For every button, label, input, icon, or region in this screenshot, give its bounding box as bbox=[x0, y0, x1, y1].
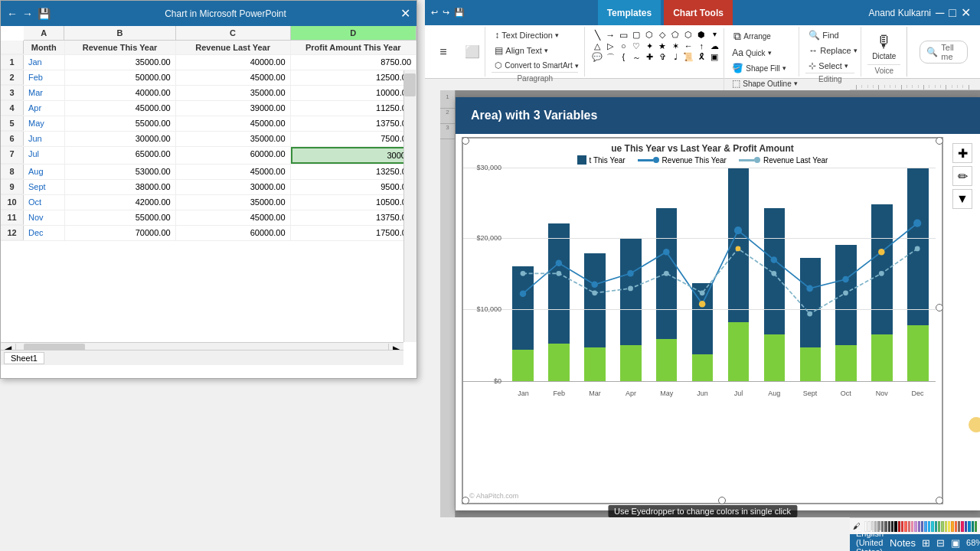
chart-style-btn[interactable]: ✏ bbox=[952, 166, 972, 186]
shape-fill-btn[interactable]: 🪣 Shape Fill ▾ bbox=[729, 61, 802, 75]
cell-revthis-2[interactable]: 40000.00 bbox=[65, 86, 176, 100]
cell-revlast-4[interactable]: 45000.00 bbox=[176, 116, 291, 131]
shape-snip[interactable]: ⬡ bbox=[643, 30, 655, 41]
sheet-forward-btn[interactable]: → bbox=[22, 8, 33, 20]
shape-heart[interactable]: ♡ bbox=[630, 41, 642, 51]
text-direction-btn[interactable]: ↕ Text Direction ▾ bbox=[492, 28, 581, 42]
vertical-scrollbar[interactable] bbox=[403, 70, 416, 342]
shape-arrow[interactable]: → bbox=[604, 30, 616, 41]
cell-revlast-11[interactable]: 60000.00 bbox=[176, 226, 291, 240]
cell-month-1[interactable]: Feb bbox=[24, 70, 65, 85]
cell-profit-6[interactable]: 30000 bbox=[291, 147, 416, 164]
swatch-hotpink[interactable] bbox=[961, 521, 963, 532]
shape-arrow-up[interactable]: ↑ bbox=[695, 41, 707, 51]
col-header-c[interactable]: C bbox=[176, 26, 291, 40]
swatch-deeporange[interactable] bbox=[955, 521, 957, 532]
shape-ribbon[interactable]: 🎗 bbox=[695, 52, 707, 64]
shape-star5[interactable]: ★ bbox=[656, 41, 668, 51]
swatch-green2[interactable] bbox=[941, 521, 943, 532]
cell-month-9[interactable]: Oct bbox=[24, 195, 65, 210]
cell-revlast-0[interactable]: 40000.00 bbox=[176, 55, 291, 70]
swatch-green1[interactable] bbox=[938, 521, 940, 532]
shape-more[interactable]: ▾ bbox=[708, 30, 720, 41]
swatch-gray5[interactable] bbox=[884, 521, 887, 532]
swatch-purple2[interactable] bbox=[918, 521, 920, 532]
sheet-tab-1[interactable]: Sheet1 bbox=[4, 352, 44, 364]
cell-revthis-4[interactable]: 55000.00 bbox=[65, 116, 176, 131]
col-header-a[interactable]: A bbox=[24, 26, 64, 40]
swatch-orange[interactable] bbox=[951, 521, 953, 532]
normal-view-btn[interactable]: ⊞ bbox=[922, 537, 930, 549]
shape-star6[interactable]: ✶ bbox=[669, 41, 681, 51]
find-btn[interactable]: 🔍 Find bbox=[805, 28, 860, 42]
shape-rtri[interactable]: ▷ bbox=[604, 41, 616, 51]
shape-note[interactable]: ♩ bbox=[669, 52, 681, 64]
dictate-btn[interactable]: 🎙 Dictate bbox=[867, 31, 900, 62]
replace-btn[interactable]: ↔ Replace ▾ bbox=[805, 44, 860, 57]
swatch-darkgray[interactable] bbox=[891, 521, 893, 532]
cell-month-0[interactable]: Jan bbox=[24, 55, 65, 70]
cell-month-4[interactable]: May bbox=[24, 116, 65, 131]
templates-tab[interactable]: Templates bbox=[598, 0, 661, 25]
swatch-teal[interactable] bbox=[935, 521, 937, 532]
cell-profit-11[interactable]: 17500.00 bbox=[291, 226, 416, 240]
slide-sorter-btn[interactable]: ⊟ bbox=[936, 537, 945, 549]
cell-revlast-2[interactable]: 35000.00 bbox=[176, 86, 291, 100]
cell-revlast-5[interactable]: 35000.00 bbox=[176, 132, 291, 146]
swatch-blue2[interactable] bbox=[928, 521, 930, 532]
shape-brace[interactable]: { bbox=[617, 52, 629, 64]
shape-rect[interactable]: ▭ bbox=[617, 30, 629, 41]
shape-plus[interactable]: ✚ bbox=[643, 52, 655, 64]
select-btn[interactable]: ⊹ Select ▾ bbox=[805, 59, 860, 73]
quick-styles-btn[interactable]: Aa Quick ▾ bbox=[729, 46, 802, 60]
handle-bm[interactable] bbox=[718, 497, 726, 504]
cell-month-10[interactable]: Nov bbox=[24, 210, 65, 225]
cell-profit-7[interactable]: 13250.00 bbox=[291, 165, 416, 179]
chart-add-btn[interactable]: ✚ bbox=[952, 143, 972, 163]
swatch-yellow[interactable] bbox=[948, 521, 950, 532]
cell-month-2[interactable]: Mar bbox=[24, 86, 65, 100]
swatch-red[interactable] bbox=[901, 521, 903, 532]
swatch-indigo[interactable] bbox=[921, 521, 923, 532]
convert-smartart-btn[interactable]: ⬡ Convert to SmartArt ▾ bbox=[492, 59, 581, 72]
swatch-brown[interactable] bbox=[958, 521, 960, 532]
cell-revthis-0[interactable]: 35000.00 bbox=[65, 55, 176, 70]
swatch-cobalt[interactable] bbox=[965, 521, 967, 532]
cell-profit-8[interactable]: 9500.00 bbox=[291, 180, 416, 194]
shape-scroll[interactable]: 📜 bbox=[682, 52, 694, 64]
cell-month-6[interactable]: Jul bbox=[24, 147, 65, 164]
cell-revthis-1[interactable]: 50000.00 bbox=[65, 70, 176, 85]
cell-revlast-10[interactable]: 45000.00 bbox=[176, 210, 291, 225]
cell-revthis-3[interactable]: 45000.00 bbox=[65, 101, 176, 116]
cell-revthis-7[interactable]: 53000.00 bbox=[65, 165, 176, 179]
align-text-btn[interactable]: ▤ Align Text ▾ bbox=[492, 44, 581, 57]
shape-frame[interactable]: ▣ bbox=[708, 52, 720, 64]
handle-tl[interactable] bbox=[462, 137, 469, 145]
cell-profit-10[interactable]: 13750.00 bbox=[291, 210, 416, 225]
swatch-teal2[interactable] bbox=[972, 521, 974, 532]
shape-oct[interactable]: ⬢ bbox=[695, 30, 707, 41]
sheet-save-btn[interactable]: 💾 bbox=[38, 8, 51, 20]
indent-btn[interactable]: ⬜ bbox=[459, 43, 486, 60]
cell-profit-4[interactable]: 13750.00 bbox=[291, 116, 416, 131]
swatch-gray6[interactable] bbox=[888, 521, 890, 532]
cell-profit-2[interactable]: 10000.00 bbox=[291, 86, 416, 100]
swatch-black[interactable] bbox=[894, 521, 897, 532]
tell-me-box[interactable]: 🔍 Tell me bbox=[920, 41, 968, 64]
shape-pentagon[interactable]: ⬠ bbox=[669, 30, 681, 41]
close-btn[interactable]: ✕ bbox=[961, 5, 971, 20]
chart-tools-tab[interactable]: Chart Tools bbox=[664, 0, 733, 25]
handle-tr[interactable] bbox=[936, 137, 943, 145]
shape-callout[interactable]: 💬 bbox=[591, 52, 603, 64]
reading-view-btn[interactable]: ▣ bbox=[951, 537, 960, 549]
cell-profit-9[interactable]: 10500.00 bbox=[291, 195, 416, 210]
cell-revthis-8[interactable]: 38000.00 bbox=[65, 180, 176, 194]
cell-month-5[interactable]: Jun bbox=[24, 132, 65, 146]
chart-area[interactable]: ue This Year vs Last Year & Profit Amoun… bbox=[462, 137, 943, 504]
cell-revlast-9[interactable]: 35000.00 bbox=[176, 195, 291, 210]
cell-revlast-8[interactable]: 30000.00 bbox=[176, 180, 291, 194]
cell-revthis-6[interactable]: 65000.00 bbox=[65, 147, 176, 164]
swatch-lime[interactable] bbox=[945, 521, 947, 532]
shape-star4[interactable]: ✦ bbox=[643, 41, 655, 51]
col-header-b[interactable]: B bbox=[64, 26, 175, 40]
